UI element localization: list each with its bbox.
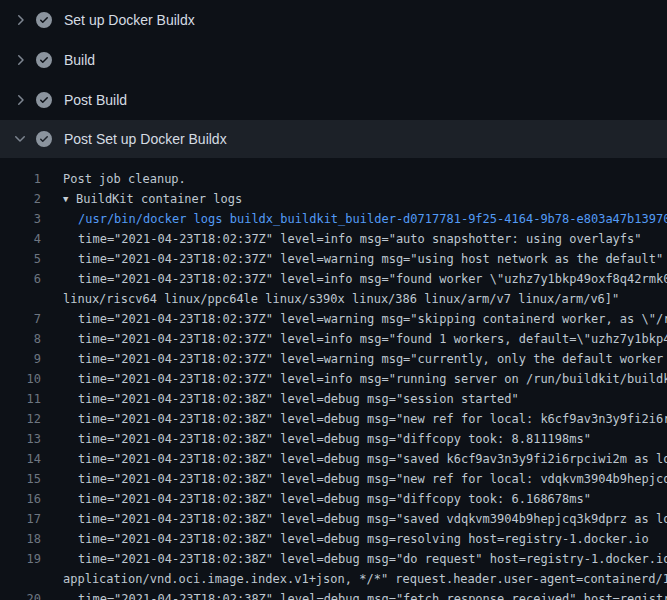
chevron-down-icon[interactable]: [12, 131, 28, 147]
log-row: 18 time="2021-04-23T18:02:38Z" level=deb…: [0, 529, 667, 549]
log-row: 17 time="2021-04-23T18:02:38Z" level=deb…: [0, 509, 667, 529]
log-row: 10 time="2021-04-23T18:02:37Z" level=inf…: [0, 369, 667, 389]
log-text: time="2021-04-23T18:02:37Z" level=info m…: [78, 329, 667, 349]
line-number[interactable]: 9: [0, 349, 41, 369]
log-text: Post job cleanup.: [63, 169, 186, 189]
line-number[interactable]: 19: [0, 549, 41, 569]
log-text: time="2021-04-23T18:02:37Z" level=info m…: [78, 269, 667, 289]
log-row: 6 time="2021-04-23T18:02:37Z" level=info…: [0, 269, 667, 289]
log-text: application/vnd.oci.image.index.v1+json,…: [63, 569, 667, 589]
check-circle-icon: [36, 12, 52, 28]
step-label: Set up Docker Buildx: [64, 12, 195, 28]
log-text: time="2021-04-23T18:02:37Z" level=warnin…: [78, 249, 663, 269]
log-row: 11 time="2021-04-23T18:02:38Z" level=deb…: [0, 389, 667, 409]
log-text: time="2021-04-23T18:02:37Z" level=info m…: [78, 369, 667, 389]
log-text: time="2021-04-23T18:02:38Z" level=debug …: [78, 469, 667, 489]
log-text: time="2021-04-23T18:02:38Z" level=debug …: [78, 409, 667, 429]
log-text: time="2021-04-23T18:02:38Z" level=debug …: [78, 529, 649, 549]
log-row: 14 time="2021-04-23T18:02:38Z" level=deb…: [0, 449, 667, 469]
log-text: time="2021-04-23T18:02:38Z" level=debug …: [78, 489, 591, 509]
step-header-2[interactable]: Post Build: [0, 80, 667, 120]
line-number[interactable]: 4: [0, 229, 41, 249]
log-row: 16 time="2021-04-23T18:02:38Z" level=deb…: [0, 489, 667, 509]
line-number[interactable]: 5: [0, 249, 41, 269]
step-header-1[interactable]: Build: [0, 40, 667, 80]
steps-list: Set up Docker Buildx Build Post Build Po…: [0, 0, 667, 158]
log-row: 1 Post job cleanup.: [0, 169, 667, 189]
triangle-down-icon[interactable]: ▼: [63, 189, 76, 209]
log-text: time="2021-04-23T18:02:38Z" level=debug …: [78, 589, 667, 600]
log-row: 20 time="2021-04-23T18:02:38Z" level=deb…: [0, 589, 667, 600]
line-number[interactable]: 18: [0, 529, 41, 549]
line-number[interactable]: [0, 289, 41, 309]
line-number[interactable]: 1: [0, 169, 41, 189]
chevron-right-icon[interactable]: [12, 92, 28, 108]
chevron-right-icon[interactable]: [12, 52, 28, 68]
line-number[interactable]: 6: [0, 269, 41, 289]
step-label: Post Set up Docker Buildx: [64, 131, 227, 147]
line-number[interactable]: 3: [0, 209, 41, 229]
log-row: 19 time="2021-04-23T18:02:38Z" level=deb…: [0, 549, 667, 569]
line-number[interactable]: 8: [0, 329, 41, 349]
log-row: application/vnd.oci.image.index.v1+json,…: [0, 569, 667, 589]
line-number[interactable]: 7: [0, 309, 41, 329]
log-text: time="2021-04-23T18:02:38Z" level=debug …: [78, 449, 667, 469]
check-circle-icon: [36, 52, 52, 68]
step-label: Build: [64, 52, 95, 68]
log-row: 13 time="2021-04-23T18:02:38Z" level=deb…: [0, 429, 667, 449]
line-number[interactable]: 12: [0, 409, 41, 429]
line-number[interactable]: [0, 569, 41, 589]
check-circle-icon: [36, 92, 52, 108]
log-row: linux/riscv64 linux/ppc64le linux/s390x …: [0, 289, 667, 309]
log-text: time="2021-04-23T18:02:38Z" level=debug …: [78, 429, 591, 449]
log-text[interactable]: ▼BuildKit container logs: [63, 189, 242, 209]
log-row: 2 ▼BuildKit container logs: [0, 189, 667, 209]
line-number[interactable]: 2: [0, 189, 41, 209]
line-number[interactable]: 11: [0, 389, 41, 409]
step-header-0[interactable]: Set up Docker Buildx: [0, 0, 667, 40]
log-row: 9 time="2021-04-23T18:02:37Z" level=warn…: [0, 349, 667, 369]
log-text: time="2021-04-23T18:02:38Z" level=debug …: [78, 549, 667, 569]
command-text: /usr/bin/docker logs buildx_buildkit_bui…: [78, 209, 667, 229]
log-row: 3 /usr/bin/docker logs buildx_buildkit_b…: [0, 209, 667, 229]
log-text: time="2021-04-23T18:02:37Z" level=warnin…: [78, 349, 667, 369]
line-number[interactable]: 15: [0, 469, 41, 489]
check-circle-icon: [36, 131, 52, 147]
line-number[interactable]: 14: [0, 449, 41, 469]
log-row: 7 time="2021-04-23T18:02:37Z" level=warn…: [0, 309, 667, 329]
log-text: linux/riscv64 linux/ppc64le linux/s390x …: [63, 289, 619, 309]
log-text: time="2021-04-23T18:02:38Z" level=debug …: [78, 389, 519, 409]
log-area: 1 Post job cleanup. 2 ▼BuildKit containe…: [0, 158, 667, 600]
log-row: 12 time="2021-04-23T18:02:38Z" level=deb…: [0, 409, 667, 429]
log-text: time="2021-04-23T18:02:37Z" level=info m…: [78, 229, 642, 249]
log-row: 15 time="2021-04-23T18:02:38Z" level=deb…: [0, 469, 667, 489]
log-text: time="2021-04-23T18:02:38Z" level=debug …: [78, 509, 667, 529]
log-row: 4 time="2021-04-23T18:02:37Z" level=info…: [0, 229, 667, 249]
step-label: Post Build: [64, 92, 127, 108]
line-number[interactable]: 10: [0, 369, 41, 389]
log-row: 5 time="2021-04-23T18:02:37Z" level=warn…: [0, 249, 667, 269]
line-number[interactable]: 16: [0, 489, 41, 509]
log-text: time="2021-04-23T18:02:37Z" level=warnin…: [78, 309, 667, 329]
step-header-3[interactable]: Post Set up Docker Buildx: [0, 120, 667, 158]
line-number[interactable]: 13: [0, 429, 41, 449]
chevron-right-icon[interactable]: [12, 12, 28, 28]
line-number[interactable]: 20: [0, 589, 41, 600]
log-row: 8 time="2021-04-23T18:02:37Z" level=info…: [0, 329, 667, 349]
line-number[interactable]: 17: [0, 509, 41, 529]
